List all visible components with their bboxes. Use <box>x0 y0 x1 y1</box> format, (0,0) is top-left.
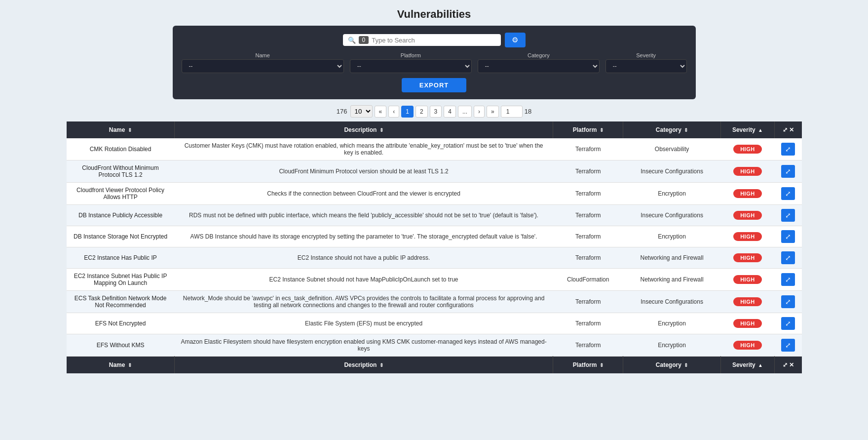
severity-badge: HIGH <box>733 253 762 262</box>
platform-sort-icon: ⇕ <box>600 127 604 133</box>
filter-severity-group: Severity -- <box>605 52 687 73</box>
page-2-button[interactable]: 2 <box>415 106 428 118</box>
row-description: Customer Master Keys (CMK) must have rot… <box>175 138 553 160</box>
severity-badge: HIGH <box>733 275 762 284</box>
severity-badge: HIGH <box>733 341 762 350</box>
row-description: Amazon Elastic Filesystem should have fi… <box>175 334 553 357</box>
vulnerabilities-table: Name ⇕ Description ⇕ Platform ⇕ Category… <box>67 121 802 373</box>
page-last-button[interactable]: » <box>487 106 499 118</box>
expand-button[interactable]: ⤢ <box>781 187 795 200</box>
col-expand-header: ⤢ ✕ <box>775 121 802 138</box>
expand-button[interactable]: ⤢ <box>781 295 795 308</box>
col-name-header[interactable]: Name ⇕ <box>67 121 175 138</box>
pagination-row: 176 10 25 50 « ‹ 1 2 3 4 ... › » 18 <box>0 105 868 118</box>
table-row: EC2 Instance Has Public IP EC2 Instance … <box>67 247 802 269</box>
footer-description[interactable]: Description ⇕ <box>175 357 553 374</box>
table-row: EFS Not Encrypted Elastic File System (E… <box>67 313 802 334</box>
row-platform: Terraform <box>553 247 623 269</box>
severity-badge: HIGH <box>733 189 762 198</box>
expand-button[interactable]: ⤢ <box>781 273 795 286</box>
row-expand-cell: ⤢ <box>775 247 802 269</box>
filter-platform-select[interactable]: -- <box>350 59 472 73</box>
footer-severity[interactable]: Severity ▲ <box>720 357 775 374</box>
col-description-header[interactable]: Description ⇕ <box>175 121 553 138</box>
severity-badge: HIGH <box>733 319 762 328</box>
search-input[interactable] <box>372 37 480 44</box>
row-name: DB Instance Publicly Accessible <box>67 205 175 226</box>
table-row: EC2 Instance Subnet Has Public IP Mappin… <box>67 269 802 291</box>
page-3-button[interactable]: 3 <box>430 106 442 118</box>
page-next-button[interactable]: › <box>474 106 485 118</box>
row-category: Encryption <box>623 313 720 334</box>
expand-button[interactable]: ⤢ <box>781 165 795 178</box>
row-name: EFS Not Encrypted <box>67 313 175 334</box>
row-name: CloudFront Without Minimum Protocol TLS … <box>67 160 175 183</box>
search-box: 🔍 0 <box>343 34 501 46</box>
col-severity-header[interactable]: Severity ▲ <box>720 121 775 138</box>
row-description: EC2 Instance Subnet should not have MapP… <box>175 269 553 291</box>
footer-category[interactable]: Category ⇕ <box>623 357 720 374</box>
row-description: AWS DB Instance should have its storage … <box>175 226 553 247</box>
row-category: Encryption <box>623 183 720 205</box>
filter-name-select[interactable]: -- <box>182 59 344 73</box>
row-severity: HIGH <box>720 291 775 313</box>
row-name: EC2 Instance Subnet Has Public IP Mappin… <box>67 269 175 291</box>
severity-badge: HIGH <box>733 167 762 176</box>
row-platform: Terraform <box>553 226 623 247</box>
vulnerabilities-table-wrap: Name ⇕ Description ⇕ Platform ⇕ Category… <box>67 121 802 373</box>
row-description: RDS must not be defined with public inte… <box>175 205 553 226</box>
row-description: Network_Mode should be 'awsvpc' in ecs_t… <box>175 291 553 313</box>
row-severity: HIGH <box>720 269 775 291</box>
filter-name-label: Name <box>182 52 344 58</box>
expand-button[interactable]: ⤢ <box>781 339 795 352</box>
row-name: EFS Without KMS <box>67 334 175 357</box>
export-row: EXPORT <box>182 78 687 92</box>
page-title: Vulnerabilities <box>0 0 868 26</box>
page-prev-button[interactable]: ‹ <box>388 106 399 118</box>
row-name: EC2 Instance Has Public IP <box>67 247 175 269</box>
footer-name[interactable]: Name ⇕ <box>67 357 175 374</box>
row-name: Cloudfront Viewer Protocol Policy Allows… <box>67 183 175 205</box>
filter-severity-label: Severity <box>605 52 687 58</box>
filter-platform-label: Platform <box>350 52 472 58</box>
expand-button[interactable]: ⤢ <box>781 230 795 243</box>
expand-button[interactable]: ⤢ <box>781 143 795 156</box>
severity-badge: HIGH <box>733 145 762 154</box>
col-category-header[interactable]: Category ⇕ <box>623 121 720 138</box>
page-first-button[interactable]: « <box>375 106 387 118</box>
page-1-button[interactable]: 1 <box>401 106 414 118</box>
filter-button[interactable]: ⚙ <box>505 33 526 47</box>
search-icon: 🔍 <box>348 37 356 44</box>
row-description: Checks if the connection between CloudFr… <box>175 183 553 205</box>
row-severity: HIGH <box>720 247 775 269</box>
table-footer-row: Name ⇕ Description ⇕ Platform ⇕ Category… <box>67 357 802 374</box>
severity-sort-icon: ▲ <box>758 127 763 133</box>
expand-button[interactable]: ⤢ <box>781 317 795 330</box>
row-category: Insecure Configurations <box>623 205 720 226</box>
row-expand-cell: ⤢ <box>775 291 802 313</box>
col-platform-header[interactable]: Platform ⇕ <box>553 121 623 138</box>
export-button[interactable]: EXPORT <box>402 78 466 92</box>
row-platform: Terraform <box>553 183 623 205</box>
row-expand-cell: ⤢ <box>775 183 802 205</box>
search-row: 🔍 0 ⚙ <box>182 33 687 47</box>
page-jump-input[interactable] <box>501 106 523 118</box>
per-page-select[interactable]: 10 25 50 <box>350 105 373 118</box>
search-badge: 0 <box>359 36 369 44</box>
row-expand-cell: ⤢ <box>775 160 802 183</box>
row-severity: HIGH <box>720 313 775 334</box>
filter-severity-select[interactable]: -- <box>605 59 687 73</box>
row-description: EC2 Instance should not have a public IP… <box>175 247 553 269</box>
desc-sort-icon: ⇕ <box>379 127 383 133</box>
table-row: DB Instance Publicly Accessible RDS must… <box>67 205 802 226</box>
total-pages: 18 <box>525 108 531 115</box>
footer-platform[interactable]: Platform ⇕ <box>553 357 623 374</box>
page-4-button[interactable]: 4 <box>444 106 456 118</box>
table-row: ECS Task Definition Network Mode Not Rec… <box>67 291 802 313</box>
row-platform: Terraform <box>553 160 623 183</box>
page-dots-button: ... <box>458 106 472 118</box>
filter-category-select[interactable]: -- <box>478 59 600 73</box>
expand-button[interactable]: ⤢ <box>781 209 795 222</box>
expand-button[interactable]: ⤢ <box>781 251 795 264</box>
severity-badge: HIGH <box>733 211 762 220</box>
